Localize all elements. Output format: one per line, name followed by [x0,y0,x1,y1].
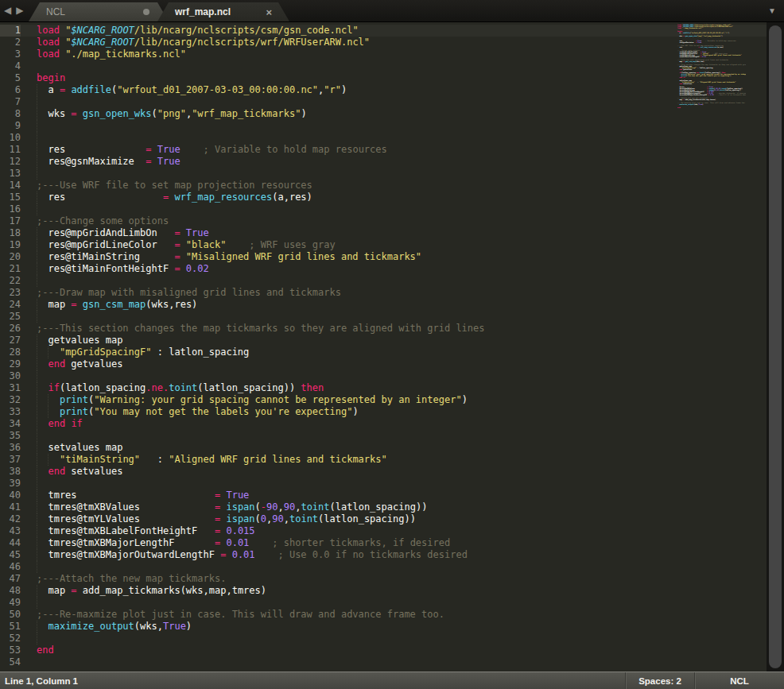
code-line[interactable]: 29 end getvalues [0,358,767,370]
code-line[interactable]: 52 [0,633,767,644]
code-line[interactable]: 19 res@mpGridLineColor = "black" ; WRF u… [0,239,767,251]
code-line[interactable]: 31 if(latlon_spacing.ne.toint(latlon_spa… [0,382,767,394]
code-area[interactable]: 1load "$NCARG_ROOT/lib/ncarg/nclscripts/… [0,22,767,672]
code-line[interactable]: 18 res@mpGridAndLimbOn = True [0,227,767,239]
code-line[interactable]: 13 [0,168,767,180]
code-line[interactable]: 22 [0,275,767,287]
code-line[interactable]: 34 end if [0,418,767,430]
code-line[interactable]: 16 [0,203,767,215]
code-line[interactable]: 9 [0,120,767,132]
code-line[interactable]: 48 map = add_map_tickmarks(wks,map,tmres… [0,585,767,597]
code-line[interactable]: 30 [0,370,767,382]
code-line[interactable]: 47;---Attach the new map tickmarks. [0,573,767,585]
line-number: 53 [0,644,21,656]
line-number: 37 [0,454,21,466]
code-line[interactable]: 4 [0,60,767,72]
code-line[interactable]: 26;---This section changes the map tickm… [0,323,767,335]
code-line[interactable]: 45 tmres@tmXBMajorOutwardLengthF = 0.01 … [0,549,767,561]
line-number: 44 [0,537,21,549]
code-line[interactable]: 36 setvalues map [0,442,767,454]
code-line[interactable]: 33 print("You may not get the labels you… [0,406,767,418]
line-number: 10 [0,132,21,144]
line-number: 46 [0,561,21,573]
line-number: 42 [0,513,21,525]
line-number: 45 [0,549,21,561]
code-line[interactable]: 38 end setvalues [0,466,767,478]
editor-window: ◀ ▶ NCL wrf_map.ncl × ▼ 1load "$NCARG_RO… [0,0,784,689]
line-number: 48 [0,585,21,597]
code-line[interactable]: 17;---Change some options [0,215,767,227]
line-number: 9 [0,120,21,132]
line-number: 17 [0,215,21,227]
close-icon[interactable]: × [266,7,272,17]
code-line[interactable]: 37 "tiMainString" : "Aligned WRF grid li… [0,454,767,466]
line-number: 32 [0,394,21,406]
line-number: 31 [0,382,21,394]
code-line[interactable]: 50;---Re-maxmize plot just in case. This… [0,609,767,621]
code-line[interactable]: 10 [0,132,767,144]
syntax-mode[interactable]: NCL [694,672,784,689]
line-number: 23 [0,287,21,299]
code-line[interactable]: 6 a = addfile("wrfout_d01_2007-03-03_00:… [0,84,767,96]
code-line[interactable]: 12 res@gsnMaximize = True [0,156,767,168]
line-number: 40 [0,490,21,501]
code-line[interactable]: 1load "$NCARG_ROOT/lib/ncarg/nclscripts/… [0,25,767,37]
code-line[interactable]: 35 [0,430,767,442]
code-line[interactable]: 3load "./map_tickmarks.ncl" [0,48,767,60]
code-line[interactable]: 8 wks = gsn_open_wks("png","wrf_map_tick… [0,108,767,120]
line-number: 15 [0,192,21,203]
line-number: 29 [0,358,21,370]
line-number: 4 [0,60,21,72]
code-line[interactable]: 40 tmres = True [0,490,767,501]
code-line[interactable]: 41 tmres@tmXBValues = ispan(-90,90,toint… [0,501,767,513]
tab-wrf-map-ncl[interactable]: wrf_map.ncl × [157,2,289,21]
line-number: 6 [0,84,21,96]
code-line[interactable]: 15 res = wrf_map_resources(a,res) [0,192,767,203]
line-number: 47 [0,573,21,585]
line-number: 20 [0,251,21,263]
line-number: 11 [0,144,21,156]
code-line[interactable]: 21 res@tiMainFontHeightF = 0.02 [0,263,767,275]
line-number: 1 [0,25,21,37]
code-line[interactable]: 39 [0,478,767,490]
line-number: 22 [0,275,21,287]
line-number: 27 [0,335,21,346]
minimap[interactable]: load "$NCARG_ROOT/lib/ncarg/nclscripts/c… [677,24,746,127]
line-number: 38 [0,466,21,478]
line-number: 25 [0,311,21,323]
code-line[interactable]: 20 res@tiMainString = "Misaligned WRF gr… [0,251,767,263]
line-number: 3 [0,48,21,60]
code-line[interactable]: 46 [0,561,767,573]
code-line[interactable]: 51 maximize_output(wks,True) [0,621,767,633]
code-line[interactable]: 24 map = gsn_csm_map(wks,res) [0,299,767,311]
code-line[interactable]: 44 tmres@tmXBMajorLengthF = 0.01 ; short… [0,537,767,549]
code-line[interactable]: 25 [0,311,767,323]
code-line[interactable]: 27 getvalues map [0,335,767,346]
code-line[interactable]: 28 "mpGridSpacingF" : latlon_spacing [0,346,767,358]
tab-ncl[interactable]: NCL [29,2,169,21]
indentation-setting[interactable]: Spaces: 2 [625,672,694,689]
line-number: 12 [0,156,21,168]
code-line[interactable]: 42 tmres@tmYLValues = ispan(0,90,toint(l… [0,513,767,525]
code-line[interactable]: 5begin [0,72,767,84]
code-line[interactable]: 54 [0,656,767,668]
code-line[interactable]: 23;---Draw map with misaligned grid line… [0,287,767,299]
code-line[interactable]: 32 print("Warning: your grid spacing can… [0,394,767,406]
scrollbar-thumb[interactable] [769,25,782,668]
nav-arrows: ◀ ▶ [4,3,23,17]
code-line[interactable]: 14;---Use WRF file to set map projection… [0,180,767,192]
code-line[interactable]: 53end [0,644,767,656]
back-icon[interactable]: ◀ [4,3,11,17]
status-bar: Line 1, Column 1 Spaces: 2 NCL [0,672,784,689]
line-number: 13 [0,168,21,180]
code-line[interactable]: 49 [0,597,767,609]
code-line[interactable]: 2load "$NCARG_ROOT/lib/ncarg/nclscripts/… [0,37,767,48]
code-line[interactable]: 11 res = True ; Variable to hold map res… [0,144,767,156]
forward-icon[interactable]: ▶ [16,3,23,17]
code-line[interactable]: 7 [0,96,767,108]
cursor-position: Line 1, Column 1 [0,676,625,686]
line-number: 14 [0,180,21,192]
code-line[interactable]: 43 tmres@tmXBLabelFontHeightF = 0.015 [0,525,767,537]
tab-overflow-icon[interactable]: ▼ [768,6,776,15]
line-number: 41 [0,501,21,513]
